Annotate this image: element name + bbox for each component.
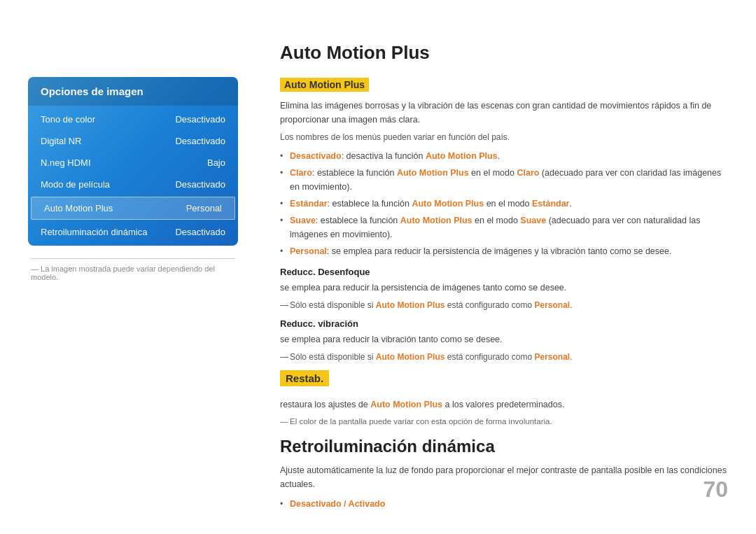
retro-bullet-list: Desactivado / Activado [280,497,728,511]
section-reducc2: Reducc. vibración se emplea para reducir… [280,318,728,362]
menu-item-value: Desactivado [175,227,225,237]
menu-item-retroiluminación-dinámica[interactable]: Retroiluminación dinámicaDesactivado [28,221,238,243]
footnote-section: La imagen mostrada puede variar dependie… [28,258,238,281]
highlight-ref: Auto Motion Plus [412,199,484,209]
note-reducc2: Sólo está disponible si Auto Motion Plus… [280,352,728,362]
desc-reducc1: se emplea para reducir la persistencia d… [280,281,728,295]
highlight-ref: Suave [290,216,316,225]
menu-item-digital-nr[interactable]: Digital NRDesactivado [28,130,238,152]
page-title: Auto Motion Plus [280,42,728,64]
menu-item-value: Personal [186,203,222,213]
bullet-item: Suave: establece la función Auto Motion … [280,213,728,241]
desc1: Elimina las imágenes borrosas y la vibra… [280,99,728,127]
footnote-text: La imagen mostrada puede variar dependie… [31,265,235,281]
menu-box: Opciones de imagen Tono de colorDesactiv… [28,77,238,246]
menu-item-n.neg-hdmi[interactable]: N.neg HDMIBajo [28,152,238,174]
highlight-ref: Claro [517,168,539,178]
menu-item-tono-de-color[interactable]: Tono de colorDesactivado [28,108,238,130]
personal-ref2: Personal [534,352,570,362]
note-menus: Los nombres de los menús pueden variar e… [280,132,728,142]
menu-items: Tono de colorDesactivadoDigital NRDesact… [28,106,238,246]
amp-ref3: Auto Motion Plus [370,400,442,409]
menu-item-label: Retroiluminación dinámica [41,227,147,237]
menu-item-label: Auto Motion Plus [44,203,113,213]
bullet-item: Estándar: establece la función Auto Moti… [280,197,728,211]
right-content: Auto Motion Plus Auto Motion Plus Elimin… [280,42,728,513]
desc-reducc2: se emplea para reducir la vibración tant… [280,332,728,346]
menu-item-label: Modo de película [41,179,110,190]
menu-item-label: Tono de color [41,114,95,125]
retro-bullet-item: Desactivado / Activado [280,497,728,511]
menu-item-value: Desactivado [175,136,225,146]
bullet-list: Desactivado: desactiva la función Auto M… [280,149,728,258]
menu-item-label: Digital NR [41,136,82,146]
highlight-ref: Estándar [290,199,328,209]
menu-title: Opciones de imagen [28,77,238,106]
highlight-ref: Estándar [532,199,570,209]
subheading-reducc2: Reducc. vibración [280,318,728,329]
section-reducc1: Reducc. Desenfoque se emplea para reduci… [280,267,728,310]
desc-restab: restaura los ajustes de Auto Motion Plus… [280,398,728,412]
highlight-ref: Claro [290,168,312,178]
highlight-ref: Suave [520,216,546,225]
amp-ref1: Auto Motion Plus [376,300,445,310]
footnote-divider [31,258,235,259]
bullet-item: Desactivado: desactiva la función Auto M… [280,149,728,163]
menu-item-modo-de-película[interactable]: Modo de películaDesactivado [28,174,238,195]
section-heading-restab: Restab. [280,370,329,386]
note-reducc1: Sólo está disponible si Auto Motion Plus… [280,300,728,310]
amp-ref2: Auto Motion Plus [376,352,445,362]
highlight-ref: Desactivado [290,151,342,161]
desc-retro: Ajuste automáticamente la luz de fondo p… [280,463,728,491]
menu-item-auto-motion-plus[interactable]: Auto Motion PlusPersonal [31,197,235,220]
menu-item-value: Desactivado [175,179,225,190]
left-panel: Opciones de imagen Tono de colorDesactiv… [28,77,238,281]
highlight-ref: Auto Motion Plus [400,216,472,225]
bullet-item: Personal: se emplea para reducir la pers… [280,244,728,258]
menu-item-label: N.neg HDMI [41,157,91,168]
bullet-item: Claro: establece la función Auto Motion … [280,166,728,194]
section-restab: Restab. restaura los ajustes de Auto Mot… [280,367,728,426]
section-heading-amp: Auto Motion Plus [280,78,369,92]
menu-item-value: Desactivado [175,114,225,125]
retro-option: Desactivado / Activado [290,499,385,509]
highlight-ref: Personal [290,246,327,256]
menu-item-value: Bajo [207,157,225,168]
highlight-ref: Auto Motion Plus [397,168,469,178]
personal-ref1: Personal [534,300,570,310]
note-restab: El color de la pantalla puede variar con… [280,417,728,426]
subheading-reducc1: Reducc. Desenfoque [280,267,728,277]
section-title-retro: Retroiluminación dinámica [280,437,728,456]
highlight-ref: Auto Motion Plus [426,151,498,161]
page-number: 70 [703,477,728,503]
section-auto-motion: Auto Motion Plus Elimina las imágenes bo… [280,78,728,258]
